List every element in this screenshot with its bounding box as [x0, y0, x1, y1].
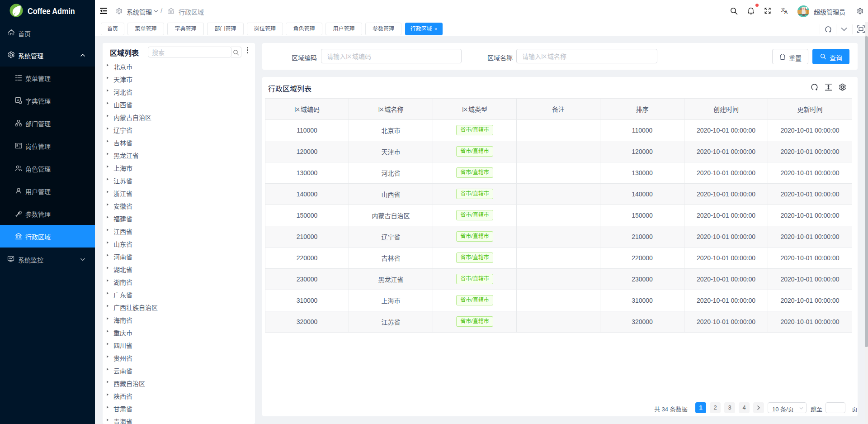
svg-text:A: A — [784, 10, 788, 14]
